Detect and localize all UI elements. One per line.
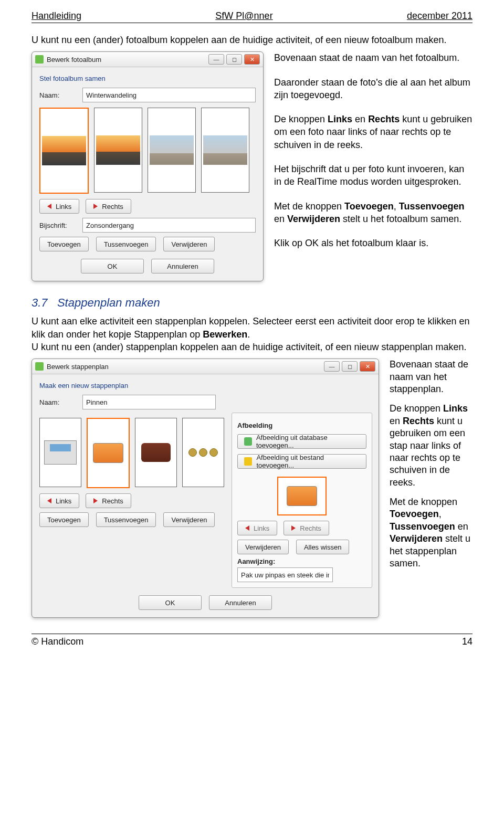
name-input[interactable] [82, 88, 256, 102]
database-icon [244, 437, 252, 446]
page-header: Handleiding SfW Pl@nner december 2011 [32, 10, 472, 23]
tussenvoegen-button-2[interactable]: Tussenvoegen [96, 512, 156, 527]
panel-verwijderen-button[interactable]: Verwijderen [237, 540, 289, 554]
window-bewerk-fotoalbum: Bewerk fotoalbum — ◻ ✕ Stel fotoalbum sa… [32, 51, 264, 281]
maximize-button-2[interactable]: ◻ [342, 361, 358, 372]
arrow-left-icon-2 [47, 498, 51, 503]
app-icon-2 [35, 362, 44, 371]
annuleren-button[interactable]: Annuleren [151, 259, 214, 273]
side-text-1: Bovenaan staat de naam van het fotoalbum… [274, 51, 472, 261]
file-icon [244, 457, 252, 466]
titlebar: Bewerk fotoalbum — ◻ ✕ [32, 52, 263, 67]
footer-right: 14 [462, 636, 472, 647]
side1-p2: Daaronder staan de foto's die al aan het… [274, 76, 472, 102]
window-bewerk-stappenplan: Bewerk stappenplan — ◻ ✕ Maak een nieuw … [32, 359, 379, 618]
alles-wissen-button[interactable]: Alles wissen [296, 540, 350, 554]
header-center: SfW Pl@nner [215, 10, 272, 22]
side1-p1: Bovenaan staat de naam van het fotoalbum… [274, 51, 472, 64]
aanwijzing-input[interactable] [237, 567, 333, 582]
name-label-2: Naam: [39, 398, 76, 406]
caption-label: Bijschrift: [39, 222, 76, 229]
side2-p2: De knoppen Links en Rechts kunt u gebrui… [390, 403, 472, 489]
page-footer: © Handicom 14 [32, 634, 472, 647]
name-input-2[interactable] [82, 395, 216, 409]
maximize-button[interactable]: ◻ [226, 54, 242, 65]
ok-button[interactable]: OK [81, 259, 144, 273]
step-thumb-4[interactable] [182, 418, 224, 487]
arrow-left-icon-3 [245, 525, 249, 531]
step-thumb-1[interactable] [39, 418, 81, 487]
toevoegen-button-2[interactable]: Toevoegen [39, 512, 89, 527]
side-text-2: Bovenaan staat de naam van het stappenpl… [390, 359, 472, 577]
photo-thumbnails [39, 108, 256, 194]
header-right: december 2011 [407, 10, 472, 22]
links-button[interactable]: Links [39, 199, 79, 214]
panel-links-button[interactable]: Links [237, 521, 277, 535]
section-heading: 3.7 Stappenplan maken [32, 296, 472, 310]
arrow-right-icon-2 [93, 498, 98, 503]
side2-p3: Met de knoppen Toevoegen, Tussenvoegen e… [390, 496, 472, 570]
ok-button-2[interactable]: OK [139, 595, 202, 610]
group-title-2: Maak een nieuw stappenplan [39, 382, 371, 389]
titlebar-2: Bewerk stappenplan — ◻ ✕ [32, 359, 379, 374]
thumb-3[interactable] [148, 108, 196, 193]
footer-left: © Handicom [32, 636, 83, 647]
app-icon [35, 55, 44, 64]
close-button-2[interactable]: ✕ [360, 361, 375, 372]
toevoegen-button[interactable]: Toevoegen [39, 237, 89, 251]
arrow-right-icon [93, 204, 98, 209]
intro-paragraph-2: U kunt aan elke activiteit een stappenpl… [32, 315, 472, 353]
arrow-right-icon-3 [291, 525, 296, 531]
side1-p6: Klik op OK als het fotoalbum klaar is. [274, 237, 472, 249]
caption-input[interactable] [82, 218, 256, 233]
step-thumb-3[interactable] [135, 418, 177, 487]
verwijderen-button-2[interactable]: Verwijderen [163, 512, 215, 527]
add-image-db-button[interactable]: Afbeelding uit database toevoegen... [237, 434, 366, 449]
intro-paragraph-1: U kunt nu een (ander) fotoalbum koppelen… [32, 34, 472, 46]
step-thumbnails [39, 418, 224, 488]
header-left: Handleiding [32, 10, 81, 22]
arrow-left-icon [47, 204, 51, 209]
side2-p1: Bovenaan staat de naam van het stappenpl… [390, 359, 472, 395]
verwijderen-button[interactable]: Verwijderen [163, 237, 215, 251]
close-button[interactable]: ✕ [244, 54, 260, 65]
tussenvoegen-button[interactable]: Tussenvoegen [96, 237, 156, 251]
rechts-button[interactable]: Rechts [86, 199, 131, 214]
rechts-button-2[interactable]: Rechts [86, 493, 131, 508]
selected-image-preview [277, 477, 327, 515]
minimize-button[interactable]: — [208, 54, 224, 65]
afbeelding-panel: Afbeelding Afbeelding uit database toevo… [232, 413, 372, 588]
thumb-2[interactable] [94, 108, 142, 193]
minimize-button-2[interactable]: — [324, 361, 340, 372]
links-button-2[interactable]: Links [39, 493, 79, 508]
side1-p5: Met de knoppen Toevoegen, Tussenvoegen e… [274, 200, 472, 226]
window-title-2: Bewerk stappenplan [47, 363, 109, 371]
step-thumb-2[interactable] [87, 418, 130, 488]
name-label: Naam: [39, 91, 76, 99]
thumb-4[interactable] [201, 108, 249, 193]
add-image-file-button[interactable]: Afbeelding uit bestand toevoegen... [237, 454, 366, 469]
aanwijzing-label: Aanwijzing: [237, 557, 366, 565]
group-title: Stel fotoalbum samen [39, 75, 256, 82]
panel-rechts-button[interactable]: Rechts [284, 521, 329, 535]
thumb-1[interactable] [39, 108, 89, 194]
afbeelding-label: Afbeelding [237, 422, 366, 429]
side1-p4: Het bijschrift dat u per foto kunt invoe… [274, 163, 472, 188]
annuleren-button-2[interactable]: Annuleren [209, 595, 272, 610]
side1-p3: De knoppen Links en Rechts kunt u gebrui… [274, 113, 472, 151]
window-title: Bewerk fotoalbum [47, 56, 101, 64]
